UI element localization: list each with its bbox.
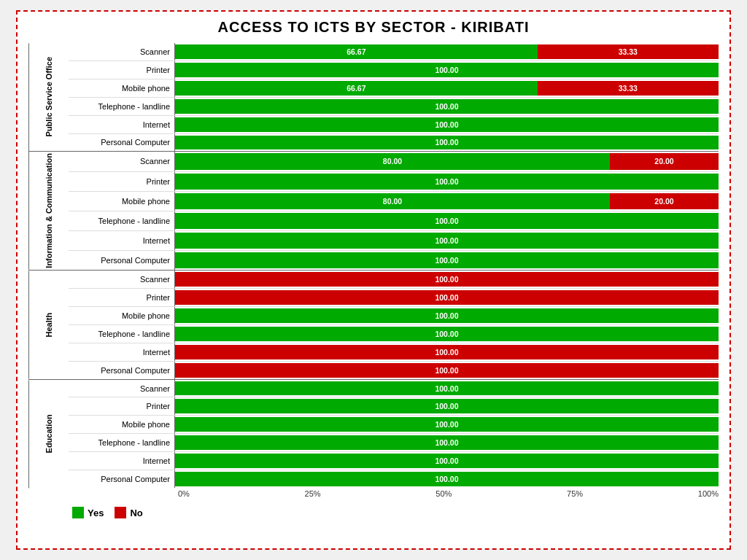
bar-yes: 100.00 — [175, 63, 719, 77]
bar-no: 100.00 — [175, 363, 719, 378]
bar-no: 100.00 — [175, 272, 719, 287]
bar-yes: 100.00 — [175, 117, 719, 132]
bar-yes: 100.00 — [175, 136, 719, 150]
bar-container: 100.00 — [174, 343, 719, 361]
x-axis-label: 0% — [178, 489, 190, 504]
bar-no: 33.33 — [538, 81, 719, 96]
row-label: Internet — [69, 452, 174, 470]
bar-container: 100.00 — [174, 380, 719, 397]
chart-container: ACCESS TO ICTS BY SECTOR - KIRIBATI Publ… — [16, 10, 731, 550]
bar-yes: 100.00 — [175, 454, 719, 468]
bar-row: Scanner66.6733.33 — [69, 43, 719, 61]
row-label: Personal Computer — [69, 362, 174, 379]
sector-group: EducationScanner100.00Printer100.00Mobil… — [28, 380, 719, 488]
legend-no-box — [115, 507, 126, 518]
bar-container: 100.00 — [174, 416, 719, 433]
bar-yes: 100.00 — [175, 327, 719, 341]
bar-yes: 100.00 — [175, 252, 719, 268]
bar-row: Telephone - landline100.00 — [69, 211, 719, 231]
bar-row: Internet100.00 — [69, 452, 719, 470]
bar-no: 100.00 — [175, 290, 719, 305]
row-label: Mobile phone — [69, 307, 174, 324]
bar-yes: 100.00 — [175, 308, 719, 323]
bar-no: 20.00 — [610, 193, 719, 209]
x-axis-label: 100% — [698, 489, 719, 504]
sector-group: Public Service OfficeScanner66.6733.33Pr… — [28, 43, 719, 152]
bar-container: 100.00 — [174, 397, 719, 415]
bar-container: 66.6733.33 — [174, 79, 719, 97]
x-axis-label: 75% — [567, 489, 583, 504]
bar-row: Internet100.00 — [69, 343, 719, 362]
row-label: Scanner — [69, 43, 174, 61]
row-label: Telephone - landline — [69, 325, 174, 343]
bar-yes: 100.00 — [175, 233, 719, 249]
bar-row: Personal Computer100.00 — [69, 362, 719, 379]
bar-container: 100.00 — [174, 289, 719, 306]
legend: Yes No — [28, 507, 719, 518]
bar-row: Scanner80.0020.00 — [69, 152, 719, 171]
bar-container: 100.00 — [174, 271, 719, 288]
bar-yes: 100.00 — [175, 435, 719, 450]
bar-yes: 66.67 — [175, 81, 538, 96]
sector-label: Information & Communication — [28, 152, 69, 270]
row-label: Internet — [69, 343, 174, 361]
bar-row: Mobile phone66.6733.33 — [69, 79, 719, 98]
bar-row: Mobile phone100.00 — [69, 416, 719, 434]
legend-no: No — [115, 507, 142, 518]
bar-container: 100.00 — [174, 307, 719, 324]
x-axis-label: 25% — [305, 489, 321, 504]
bar-row: Printer100.00 — [69, 289, 719, 307]
chart-body: Public Service OfficeScanner66.6733.33Pr… — [28, 43, 719, 488]
bar-no: 20.00 — [610, 153, 719, 169]
bar-container: 100.00 — [174, 61, 719, 79]
row-label: Mobile phone — [69, 79, 174, 97]
bar-container: 100.00 — [174, 172, 719, 191]
legend-yes-label: Yes — [88, 508, 104, 518]
bar-yes: 100.00 — [175, 417, 719, 432]
bar-row: Telephone - landline100.00 — [69, 325, 719, 343]
chart-title: ACCESS TO ICTS BY SECTOR - KIRIBATI — [28, 19, 719, 36]
row-label: Personal Computer — [69, 470, 174, 488]
bar-yes: 100.00 — [175, 99, 719, 114]
sector-label: Public Service Office — [28, 43, 69, 151]
bar-container: 100.00 — [174, 116, 719, 133]
bar-row: Personal Computer100.00 — [69, 251, 719, 270]
sector-group: Information & CommunicationScanner80.002… — [28, 152, 719, 271]
bar-row: Internet100.00 — [69, 116, 719, 134]
bar-no: 33.33 — [538, 44, 719, 59]
row-label: Personal Computer — [69, 134, 174, 152]
bar-yes: 100.00 — [175, 381, 719, 396]
bar-container: 80.0020.00 — [174, 192, 719, 211]
bar-container: 100.00 — [174, 211, 719, 230]
bar-row: Printer100.00 — [69, 172, 719, 192]
bar-row: Telephone - landline100.00 — [69, 434, 719, 452]
bar-row: Personal Computer100.00 — [69, 470, 719, 488]
bar-container: 100.00 — [174, 98, 719, 115]
bar-container: 100.00 — [174, 362, 719, 379]
row-label: Mobile phone — [69, 192, 174, 211]
bar-container: 100.00 — [174, 470, 719, 488]
bar-container: 100.00 — [174, 434, 719, 451]
x-axis: 0%25%50%75%100% — [28, 489, 719, 504]
bar-row: Personal Computer100.00 — [69, 134, 719, 152]
bar-row: Printer100.00 — [69, 61, 719, 79]
legend-yes-box — [72, 507, 84, 518]
row-label: Telephone - landline — [69, 434, 174, 451]
bar-row: Printer100.00 — [69, 397, 719, 416]
bar-container: 100.00 — [174, 325, 719, 343]
row-label: Mobile phone — [69, 416, 174, 433]
bar-yes: 100.00 — [175, 399, 719, 413]
bar-row: Mobile phone100.00 — [69, 307, 719, 325]
bar-row: Scanner100.00 — [69, 271, 719, 289]
bar-yes: 100.00 — [175, 174, 719, 190]
row-label: Scanner — [69, 152, 174, 171]
row-label: Telephone - landline — [69, 211, 174, 230]
bar-yes: 80.00 — [175, 193, 610, 209]
bar-row: Internet100.00 — [69, 231, 719, 251]
row-label: Printer — [69, 61, 174, 79]
bar-yes: 100.00 — [175, 472, 719, 486]
bar-row: Scanner100.00 — [69, 380, 719, 398]
row-label: Printer — [69, 397, 174, 415]
row-label: Telephone - landline — [69, 98, 174, 115]
bar-container: 66.6733.33 — [174, 43, 719, 61]
